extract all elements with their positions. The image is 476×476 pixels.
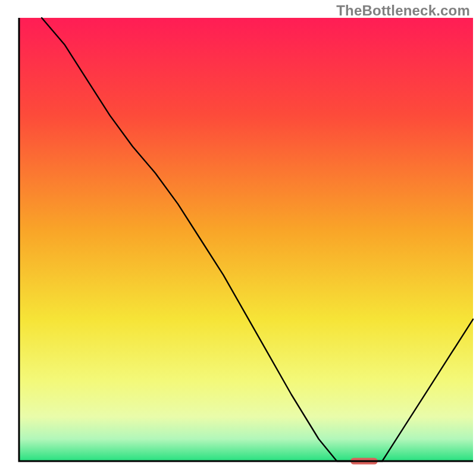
gradient-background (19, 18, 473, 461)
watermark-text: TheBottleneck.com (336, 2, 470, 19)
chart-canvas: TheBottleneck.com (0, 0, 476, 476)
chart-svg (0, 0, 476, 476)
